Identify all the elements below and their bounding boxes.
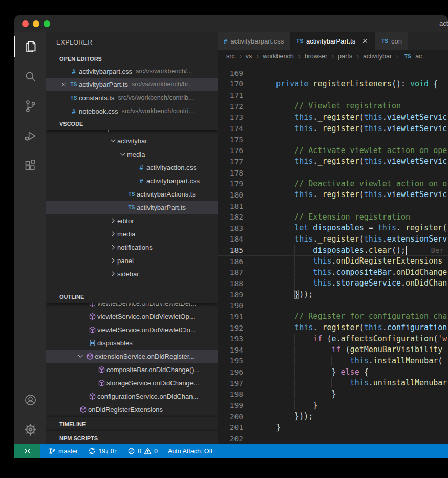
activity-bar-settings-button[interactable] [14,415,46,444]
tree-row[interactable]: activitybar [46,134,218,147]
outline-item-label: configurationService.onDidChan... [97,393,198,400]
outline-row[interactable]: extensionService.onDidRegister... [46,350,218,363]
indent-guide [276,411,276,422]
indent-guide [294,389,295,400]
line-number: 202 [218,434,243,443]
code-line: 190 [218,300,448,311]
code-tokens: this.onDidRegisterExtensions [258,256,442,266]
timeline-section-header[interactable]: TIMELINE [46,417,218,431]
indent-guide [276,101,276,112]
tree-row[interactable]: notifications [46,241,218,254]
outline-section-header[interactable]: OUTLINE [46,291,218,303]
tree-row[interactable]: #activityaction.css [46,161,218,174]
status-label: 19↓ 0↑ [98,448,117,455]
tab-label: activitybarpart.css [230,37,284,45]
tree-row[interactable]: #activitybarpart.css [46,174,218,187]
outline-row[interactable]: onDidRegisterExtensions [46,403,218,416]
npm-scripts-section-header[interactable]: NPM SCRIPTS [46,431,218,444]
breadcrumb-item[interactable]: workbench [263,53,293,60]
outline-row[interactable]: viewletService.onDidViewletOp... [46,310,218,323]
activity-bar-run-debug-button[interactable] [14,121,46,150]
auto-attach-status[interactable]: Auto Attach: Off [168,448,212,455]
tree-row[interactable]: sidebar [46,267,218,280]
tree-row[interactable]: TSactivitybarActions.ts [46,187,218,201]
git-sync-status[interactable]: 19↓ 0↑ [88,447,117,455]
open-editor-item[interactable]: TSconstants.tssrc/vs/workbench/contrib..… [46,91,218,104]
minimize-window-button[interactable] [33,20,39,27]
problems-status[interactable]: 00 [127,447,158,455]
close-icon[interactable] [58,81,69,88]
indent-guide [258,123,258,134]
tab-activitybarpart.css[interactable]: #activitybarpart.css [218,32,290,50]
code-tokens: let disposables = this._register( [258,223,447,233]
open-editors-header[interactable]: OPEN EDITORS [46,53,218,64]
indent-guide [313,345,313,355]
activity-bar-source-control-button[interactable] [14,91,46,121]
line-number: 176 [218,146,243,155]
breadcrumb-item[interactable]: parts [338,53,352,60]
indent-guide [276,323,276,333]
remote-indicator[interactable] [14,444,40,458]
code-editor[interactable]: 169170private registerListeners(): void … [218,62,448,444]
zoom-window-button[interactable] [44,20,50,27]
indent-guide [258,201,258,211]
open-editor-item[interactable]: #activitybarpart.csssrc/vs/workbench/... [46,64,218,78]
tree-row[interactable]: media [46,147,218,161]
outline-row[interactable]: configurationService.onDidChan... [46,389,218,403]
tab-con[interactable]: TScon [375,32,409,50]
code-tokens: this.compositeBar.onDidChange [258,268,447,277]
line-number: 178 [218,169,243,177]
code-line: 186this.onDidRegisterExtensions [218,256,448,267]
activity-bar-accounts-button[interactable] [14,385,46,415]
indent-guide [276,345,276,355]
activity-bar-extensions-button[interactable] [14,150,46,180]
line-number: 195 [218,357,243,365]
open-editor-item[interactable]: TSactivitybarPart.tssrc/vs/workbench/br.… [46,78,218,91]
activity-bar-search-button[interactable] [14,61,46,91]
indent-guide [258,212,258,222]
indent-guide [258,68,258,78]
code-line: 191// Register for configuration cha [218,311,448,322]
activity-bar-explorer-button[interactable] [14,32,46,61]
indent-guide [258,79,258,90]
breadcrumb-item[interactable]: activitybar [363,53,392,60]
code-line: 189})); [218,289,448,300]
explorer-sidebar: EXPLORER OPEN EDITORS #activitybarpart.c… [46,32,218,444]
indent-guide [276,256,276,267]
tree-row[interactable]: panel [46,254,218,267]
breadcrumb-file[interactable]: TSac [402,53,422,60]
code-line-text: this._register(this.viewletServic [258,190,448,200]
breadcrumb-item[interactable]: browser [305,53,327,60]
open-editor-item[interactable]: #notebook.csssrc/vs/workbench/contri... [46,104,218,118]
code-line: 197this.uninstallMenubar [218,378,448,389]
outline-row[interactable]: disposables [46,336,218,350]
tree-row[interactable]: editor [46,214,218,227]
indent-guide [294,345,295,355]
indent-guide [258,356,258,366]
indent-guide [258,157,258,167]
git-branch-status[interactable]: master [48,447,78,455]
tree-row[interactable]: TSactivitybarPart.ts [46,201,218,214]
outline-row[interactable]: storageService.onDidChange... [46,376,218,389]
status-label: Auto Attach: Off [168,448,212,455]
indent-guide [276,400,276,410]
indent-guide [276,290,276,300]
indent-guide [258,223,258,233]
code-line-text: } [258,389,448,400]
breadcrumb-item[interactable]: src [226,53,235,60]
tree-row[interactable]: media [46,227,218,241]
window-title: act [439,15,448,32]
close-icon[interactable] [361,37,369,45]
outline-row[interactable]: compositeBar.onDidChange()... [46,363,218,376]
code-tokens: this._register(this.configuration [258,323,447,333]
indent-guide [276,123,276,134]
tab-activitybarPart.ts[interactable]: TSactivitybarPart.ts [290,32,375,50]
line-number: 201 [218,423,243,431]
outline-item-label: extensionService.onDidRegister... [95,353,195,360]
breadcrumb-item[interactable]: vs [246,53,252,60]
code-line-text [258,300,448,311]
vscode-section-header[interactable]: VSCODE [46,118,218,130]
indent-guide [276,389,276,400]
outline-row[interactable]: viewletService.onDidViewletClo... [46,323,218,336]
close-window-button[interactable] [22,20,29,27]
